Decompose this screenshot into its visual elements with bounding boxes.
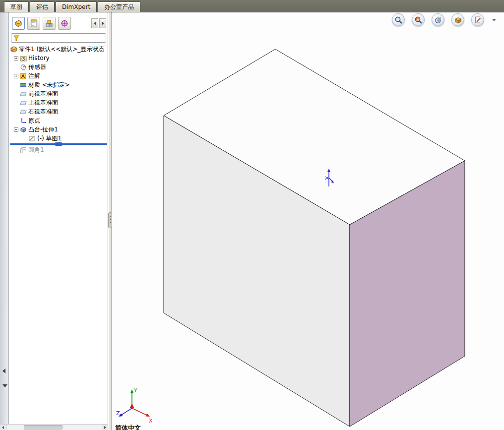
propertymanager-tab[interactable] — [27, 17, 40, 30]
apply-scene-button[interactable] — [451, 13, 464, 26]
tree-item-top-plane[interactable]: 上视基准面 — [9, 98, 108, 107]
zoom-to-area-button[interactable] — [412, 13, 425, 26]
part-icon — [10, 46, 17, 53]
page-pencil-icon — [474, 16, 482, 24]
boss-extrude-icon — [20, 126, 27, 133]
scroll-left-button[interactable] — [0, 425, 6, 430]
headsup-more-button[interactable] — [492, 19, 496, 21]
reference-triad: Y X Z — [116, 385, 156, 423]
fillet-icon — [20, 147, 27, 153]
solidworks-window: 草图 评估 DimXpert 办公室产品 — [0, 0, 504, 430]
expand-plus-icon[interactable] — [14, 56, 18, 61]
tree-item-label: 传感器 — [28, 63, 46, 71]
feature-tree: 零件1 (默认<<默认>_显示状态 History 传感器 — [9, 45, 108, 154]
tree-filter — [11, 33, 106, 43]
tree-item-part-root[interactable]: 零件1 (默认<<默认>_显示状态 — [9, 45, 108, 54]
tree-item-label: History — [28, 55, 50, 61]
plane-icon — [20, 100, 27, 106]
tree-item-sensors[interactable]: 传感器 — [9, 62, 108, 71]
triad-x-label: X — [149, 418, 153, 423]
tree-item-label: 前视基准面 — [28, 90, 58, 98]
panel-tab-row — [9, 16, 108, 30]
feature-manager-panel: 零件1 (默认<<默认>_显示状态 History 传感器 — [9, 12, 108, 430]
property-icon — [30, 19, 38, 27]
scroll-right-button[interactable] — [102, 425, 108, 430]
tree-item-fillet1[interactable]: 圆角1 — [9, 145, 108, 154]
tab-evaluate[interactable]: 评估 — [30, 1, 55, 12]
command-manager-tabbar: 草图 评估 DimXpert 办公室产品 — [0, 0, 504, 12]
collapse-down-arrow-icon[interactable] — [2, 384, 7, 387]
rollback-bar[interactable] — [10, 143, 107, 145]
history-icon — [20, 55, 27, 61]
tree-item-label: (-) 草图1 — [37, 134, 62, 143]
triad-origin-cone — [130, 403, 134, 408]
panel-horizontal-scrollbar[interactable] — [0, 424, 108, 430]
splitter-handle[interactable] — [108, 212, 112, 228]
section-view-button[interactable] — [432, 13, 444, 26]
magnifier-icon — [394, 16, 403, 24]
graphics-area[interactable]: Y X Z 简体中文 — [112, 12, 504, 430]
tree-item-label: 原点 — [28, 117, 40, 125]
material-icon — [20, 82, 27, 88]
annotations-icon — [20, 73, 27, 79]
magnifier-area-icon — [414, 16, 423, 24]
filter-funnel-icon — [13, 35, 19, 41]
tree-item-label: 上视基准面 — [28, 99, 58, 107]
tree-item-annotations[interactable]: 注解 — [9, 71, 108, 80]
origin-icon — [20, 118, 27, 124]
left-edge-strip — [0, 12, 9, 430]
scrollbar-thumb[interactable] — [24, 425, 63, 430]
chevron-left-icon — [94, 21, 96, 25]
tree-item-history[interactable]: History — [9, 54, 108, 62]
plane-icon — [20, 91, 27, 97]
tree-item-label: 零件1 (默认<<默认>_显示状态 — [19, 45, 104, 54]
configuration-icon — [45, 19, 53, 27]
panel-splitter[interactable] — [109, 12, 112, 430]
expand-minus-icon[interactable] — [14, 127, 18, 132]
tree-item-label: 右视基准面 — [28, 108, 58, 116]
tab-sketch-label: 草图 — [10, 3, 22, 11]
triad-z-label: Z — [116, 410, 120, 417]
panel-tab-nav — [91, 18, 106, 28]
tab-dimxpert[interactable]: DimXpert — [56, 1, 97, 12]
tab-sketch[interactable]: 草图 — [4, 1, 29, 12]
expand-plus-icon[interactable] — [14, 74, 18, 78]
tree-item-label: 凸台-拉伸1 — [28, 125, 58, 134]
tree-item-label: 注解 — [28, 72, 40, 80]
tree-item-material[interactable]: 材质 <未指定> — [9, 80, 108, 89]
tree-item-boss-extrude1[interactable]: 凸台-拉伸1 — [9, 125, 108, 134]
workspace: 零件1 (默认<<默认>_显示状态 History 传感器 — [0, 12, 504, 430]
scroll-left-arrow-icon — [2, 426, 4, 429]
model-3d-box[interactable] — [112, 12, 504, 430]
tree-item-origin[interactable]: 原点 — [9, 116, 108, 125]
zoom-to-fit-button[interactable] — [392, 13, 405, 26]
configurationmanager-tab[interactable] — [43, 17, 56, 30]
part-icon — [14, 20, 22, 27]
panel-tabs-prev-button[interactable] — [91, 18, 98, 28]
tab-office-products-label: 办公室产品 — [104, 3, 134, 11]
dimxpert-target-icon — [61, 19, 68, 27]
plane-icon — [20, 109, 27, 115]
status-text: 简体中文 — [115, 424, 141, 430]
sensors-icon — [20, 64, 27, 70]
sketch-icon — [29, 135, 36, 142]
tree-item-right-plane[interactable]: 右视基准面 — [9, 107, 108, 116]
tree-item-label: 材质 <未指定> — [28, 81, 70, 89]
chevron-right-icon — [102, 21, 104, 25]
collapse-left-arrow-icon[interactable] — [2, 369, 5, 373]
scene-stack-icon — [454, 16, 462, 24]
tab-office-products[interactable]: 办公室产品 — [98, 1, 140, 12]
tree-item-front-plane[interactable]: 前视基准面 — [9, 89, 108, 98]
tree-filter-input[interactable] — [21, 34, 104, 42]
scroll-right-arrow-icon — [104, 426, 106, 429]
tree-item-sketch1[interactable]: (-) 草图1 — [9, 134, 108, 143]
dimxpertmanager-tab[interactable] — [58, 17, 71, 30]
headsup-toolbar — [392, 13, 496, 26]
view-settings-button[interactable] — [471, 13, 484, 26]
panel-tabs-next-button[interactable] — [99, 18, 106, 28]
triad-y-label: Y — [133, 387, 137, 394]
featuremanager-tree-tab[interactable] — [12, 17, 25, 30]
tab-dimxpert-label: DimXpert — [62, 3, 90, 10]
triad-y-arrow — [130, 389, 133, 393]
tree-item-label: 圆角1 — [28, 146, 44, 154]
